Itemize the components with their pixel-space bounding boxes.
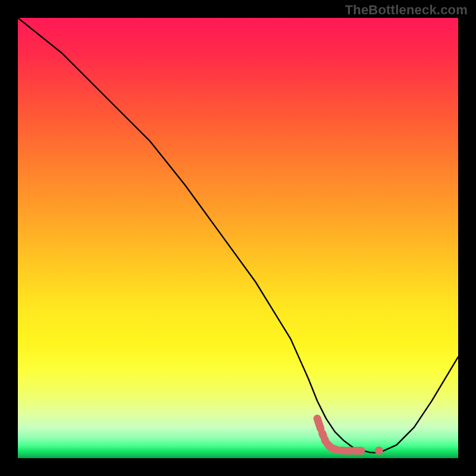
marker-segment	[317, 418, 361, 450]
chart-frame: TheBottleneck.com	[0, 0, 476, 476]
main-curve	[18, 18, 458, 453]
marker-dot	[375, 446, 383, 455]
chart-svg	[18, 18, 458, 458]
watermark-text: TheBottleneck.com	[345, 2, 468, 18]
plot-area	[18, 18, 458, 458]
